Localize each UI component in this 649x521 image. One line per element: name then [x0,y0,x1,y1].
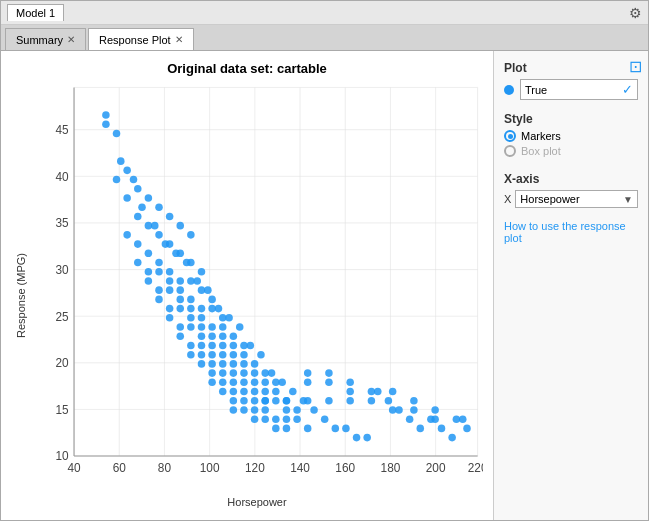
xaxis-x-label: X [504,193,511,205]
svg-point-101 [251,360,259,368]
svg-point-138 [219,388,227,396]
svg-point-167 [346,379,354,387]
svg-point-135 [272,397,280,405]
svg-point-100 [240,351,248,359]
markers-label: Markers [521,130,561,142]
model-tab[interactable]: Model 1 [7,4,64,21]
svg-point-124 [240,379,248,387]
svg-point-161 [368,397,376,405]
svg-point-151 [272,425,280,433]
svg-point-78 [176,296,184,304]
svg-point-195 [332,425,340,433]
help-link[interactable]: How to use the response plot [504,220,638,244]
svg-point-117 [251,379,259,387]
plot-title: Original data set: cartable [167,61,327,76]
svg-point-41 [123,167,131,175]
svg-point-174 [102,111,110,119]
y-axis-label: Response (MPG) [11,82,31,510]
tab-response-plot-close[interactable]: ✕ [175,34,183,45]
svg-point-193 [310,406,318,414]
expand-icon[interactable]: ⊡ [629,57,642,76]
svg-point-52 [155,231,163,239]
svg-point-152 [283,425,291,433]
plot-section: Plot True ✓ [504,61,638,100]
svg-point-202 [406,415,414,423]
svg-point-77 [166,286,174,294]
svg-point-61 [166,268,174,276]
svg-text:80: 80 [158,461,172,475]
plot-section-title: Plot [504,61,638,75]
svg-point-207 [459,415,467,423]
svg-point-177 [138,203,146,211]
plot-item-label: True [525,84,547,96]
chart-container: Response (MPG) .grid-line { stroke: #ddd… [11,82,483,510]
svg-point-183 [204,286,212,294]
svg-point-129 [208,379,216,387]
svg-point-163 [410,406,418,414]
title-bar-left: Model 1 [7,4,64,21]
svg-point-62 [176,277,184,285]
svg-point-205 [438,425,446,433]
svg-point-47 [187,231,195,239]
svg-point-145 [293,415,301,423]
svg-text:60: 60 [113,461,127,475]
svg-point-200 [385,397,393,405]
svg-point-188 [257,351,265,359]
svg-text:200: 200 [426,461,446,475]
svg-point-121 [208,369,216,377]
svg-point-103 [187,342,195,350]
boxplot-radio-row[interactable]: Box plot [504,145,638,157]
svg-point-75 [145,277,153,285]
chart-svg-wrapper: .grid-line { stroke: #ddd; stroke-width:… [31,82,483,494]
svg-text:120: 120 [245,461,265,475]
svg-point-136 [283,406,291,414]
svg-point-169 [389,388,397,396]
svg-point-107 [230,360,238,368]
gear-icon[interactable]: ⚙ [629,5,642,21]
svg-point-72 [198,305,206,313]
svg-point-173 [463,425,471,433]
svg-point-146 [304,425,312,433]
tab-response-plot[interactable]: Response Plot ✕ [88,28,194,50]
svg-text:40: 40 [67,461,81,475]
svg-point-166 [325,369,333,377]
svg-point-90 [219,332,227,340]
svg-point-131 [230,388,238,396]
xaxis-dropdown[interactable]: Horsepower ▼ [515,190,638,208]
svg-point-123 [230,379,238,387]
svg-point-143 [272,415,280,423]
svg-point-108 [240,360,248,368]
svg-point-179 [162,240,170,248]
boxplot-radio[interactable] [504,145,516,157]
svg-point-127 [272,388,280,396]
svg-point-133 [251,397,259,405]
tab-summary-close[interactable]: ✕ [67,34,75,45]
svg-point-71 [187,296,195,304]
svg-point-140 [240,397,248,405]
svg-point-199 [374,388,382,396]
svg-point-98 [219,342,227,350]
svg-point-43 [145,194,153,202]
svg-point-192 [300,397,308,405]
svg-point-45 [166,213,174,221]
plot-label-box[interactable]: True ✓ [520,79,638,100]
markers-radio[interactable] [504,130,516,142]
xaxis-section-title: X-axis [504,172,638,186]
markers-radio-row[interactable]: Markers [504,130,638,142]
svg-point-96 [198,332,206,340]
svg-point-49 [123,194,131,202]
checkmark-icon: ✓ [622,82,633,97]
svg-point-42 [134,185,142,193]
xaxis-value: Horsepower [520,193,579,205]
tab-summary[interactable]: Summary ✕ [5,28,86,50]
svg-point-82 [219,323,227,331]
style-section-title: Style [504,112,638,126]
svg-point-88 [198,323,206,331]
svg-point-65 [208,296,216,304]
svg-point-50 [134,213,142,221]
title-bar: Model 1 ⚙ [1,1,648,25]
svg-point-114 [219,360,227,368]
svg-point-180 [172,250,180,258]
xaxis-row: X Horsepower ▼ [504,190,638,208]
boxplot-label: Box plot [521,145,561,157]
